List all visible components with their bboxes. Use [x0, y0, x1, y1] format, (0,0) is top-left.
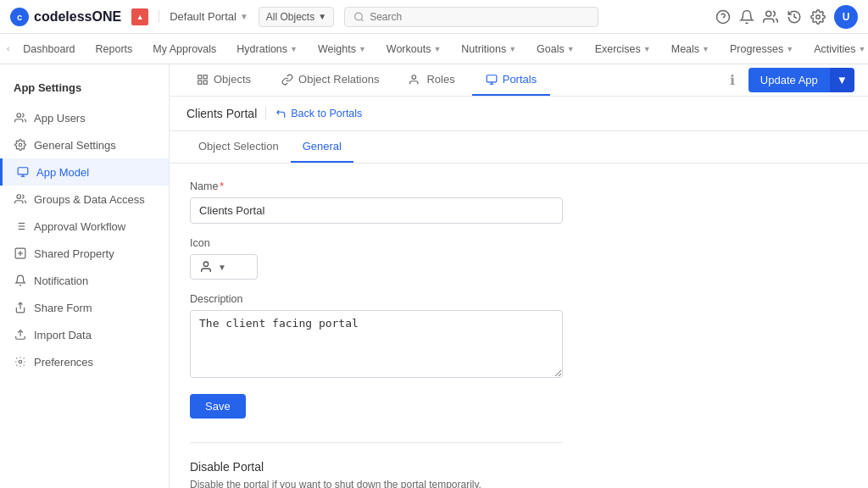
- sidebar-item-approval-workflow[interactable]: Approval Workflow: [0, 213, 169, 240]
- required-indicator: *: [220, 180, 224, 192]
- help-icon[interactable]: [715, 9, 731, 25]
- import-icon: [14, 328, 27, 341]
- svg-point-0: [355, 13, 363, 20]
- sub-tabs: Object Selection General: [170, 131, 868, 164]
- portal-brand-icon: ▲: [131, 8, 148, 25]
- sidebar-title: App Settings: [0, 75, 169, 104]
- name-form-group: Name*: [190, 180, 848, 224]
- settings-gear-icon[interactable]: [810, 9, 826, 25]
- update-app-button[interactable]: Update App: [748, 68, 830, 92]
- top-bar: c codelessONE ▲ Default Portal ▼ All Obj…: [0, 0, 868, 34]
- description-label: Description: [190, 293, 848, 305]
- users-icon: [14, 111, 27, 125]
- sidebar-item-app-model[interactable]: App Model: [0, 158, 169, 186]
- sidebar-item-share-form[interactable]: Share Form: [0, 294, 169, 321]
- disable-portal-section: Disable Portal Disable the portal if you…: [190, 442, 563, 488]
- svg-rect-19: [203, 75, 207, 78]
- avatar[interactable]: U: [834, 5, 858, 29]
- search-box[interactable]: [344, 7, 598, 27]
- tab-object-relations[interactable]: Object Relations: [268, 64, 392, 96]
- nav-item-goals[interactable]: Goals▼: [526, 34, 585, 64]
- dropdown-arrow: ▼: [359, 45, 366, 53]
- search-icon: [353, 11, 364, 23]
- nav-left-arrow[interactable]: ‹: [3, 44, 13, 53]
- svg-rect-6: [18, 168, 28, 175]
- sidebar: App Settings App Users General Settings …: [0, 64, 170, 488]
- tabs-header: Objects Object Relations Roles Portals ℹ: [170, 64, 868, 97]
- all-objects-arrow: ▼: [318, 12, 326, 21]
- default-portal-selector[interactable]: Default Portal ▼: [159, 10, 248, 23]
- svg-point-4: [17, 114, 21, 118]
- icon-dropdown-arrow: ▼: [218, 263, 226, 272]
- nav-item-hydrations[interactable]: Hydrations▼: [226, 34, 308, 64]
- dropdown-arrow: ▼: [643, 45, 651, 53]
- dropdown-arrow: ▼: [567, 45, 575, 53]
- tab-objects[interactable]: Objects: [183, 64, 264, 96]
- sub-tab-object-selection[interactable]: Object Selection: [186, 131, 291, 163]
- nav-item-dashboard[interactable]: Dashboard: [13, 34, 85, 64]
- save-button[interactable]: Save: [190, 394, 246, 419]
- portal-header: Clients Portal Back to Portals: [170, 97, 868, 131]
- main-content: Objects Object Relations Roles Portals ℹ: [170, 64, 868, 488]
- all-objects-button[interactable]: All Objects ▼: [259, 7, 334, 27]
- team-icon[interactable]: [763, 9, 778, 25]
- svg-rect-20: [198, 80, 202, 84]
- workflow-icon: [14, 219, 27, 233]
- icon-selector[interactable]: ▼: [190, 254, 258, 280]
- notification-icon[interactable]: [739, 9, 754, 25]
- nav-item-exercises[interactable]: Exercises▼: [585, 34, 661, 64]
- sidebar-item-app-users[interactable]: App Users: [0, 104, 169, 131]
- sub-tab-general[interactable]: General: [291, 131, 353, 163]
- nav-item-progresses[interactable]: Progresses▼: [720, 34, 804, 64]
- svg-point-2: [766, 11, 771, 16]
- tab-portals[interactable]: Portals: [472, 64, 550, 96]
- history-icon[interactable]: [787, 9, 802, 25]
- nav-item-meals[interactable]: Meals▼: [661, 34, 720, 64]
- sidebar-item-shared-property[interactable]: Shared Property: [0, 240, 169, 267]
- sidebar-item-preferences[interactable]: Preferences: [0, 348, 169, 375]
- shared-property-icon: [14, 247, 27, 260]
- nav-item-weights[interactable]: Weights▼: [308, 34, 376, 64]
- description-form-group: Description The client facing portal: [190, 293, 848, 380]
- relations-tab-icon: [281, 74, 293, 86]
- sidebar-item-notification[interactable]: Notification: [0, 267, 169, 294]
- nav-item-activities[interactable]: Activities▼: [804, 34, 868, 64]
- tab-roles[interactable]: Roles: [396, 64, 468, 96]
- dropdown-arrow: ▼: [433, 45, 441, 53]
- back-to-portals-link[interactable]: Back to Portals: [275, 108, 362, 119]
- nav-item-myapprovals[interactable]: My Approvals: [142, 34, 226, 64]
- roles-tab-icon: [409, 74, 421, 86]
- search-input[interactable]: [370, 11, 589, 23]
- svg-rect-18: [198, 75, 202, 78]
- disable-portal-title: Disable Portal: [190, 460, 563, 474]
- form-content: Name* Icon ▼ Description The client faci…: [170, 164, 868, 488]
- portal-dropdown-arrow: ▼: [240, 12, 248, 21]
- top-icons-group: U: [715, 5, 858, 29]
- tabs-left: Objects Object Relations Roles Portals: [183, 64, 550, 96]
- update-app-dropdown-button[interactable]: ▼: [830, 68, 854, 92]
- info-icon[interactable]: ℹ: [730, 72, 735, 88]
- svg-point-7: [17, 195, 21, 199]
- svg-point-5: [19, 143, 22, 147]
- sidebar-item-import-data[interactable]: Import Data: [0, 321, 169, 348]
- sidebar-item-general-settings[interactable]: General Settings: [0, 131, 169, 158]
- svg-rect-21: [203, 80, 207, 84]
- dropdown-arrow: ▼: [702, 45, 709, 53]
- groups-icon: [14, 192, 27, 206]
- svg-point-22: [412, 75, 416, 79]
- name-input[interactable]: [190, 197, 563, 224]
- back-arrow-icon: [275, 108, 287, 119]
- svg-rect-23: [487, 75, 497, 81]
- share-form-icon: [14, 301, 27, 314]
- description-textarea[interactable]: The client facing portal: [190, 310, 563, 378]
- icon-form-group: Icon ▼: [190, 237, 848, 280]
- sidebar-item-groups-data-access[interactable]: Groups & Data Access: [0, 186, 169, 213]
- portal-title: Clients Portal: [186, 107, 257, 120]
- person-icon: [199, 260, 213, 274]
- nav-item-nutritions[interactable]: Nutritions▼: [451, 34, 526, 64]
- nav-item-reports[interactable]: Reports: [86, 34, 143, 64]
- nav-item-workouts[interactable]: Workouts▼: [376, 34, 452, 64]
- objects-tab-icon: [197, 74, 209, 86]
- logo-text: codelessONE: [34, 9, 121, 25]
- notification-bell-icon: [14, 274, 27, 287]
